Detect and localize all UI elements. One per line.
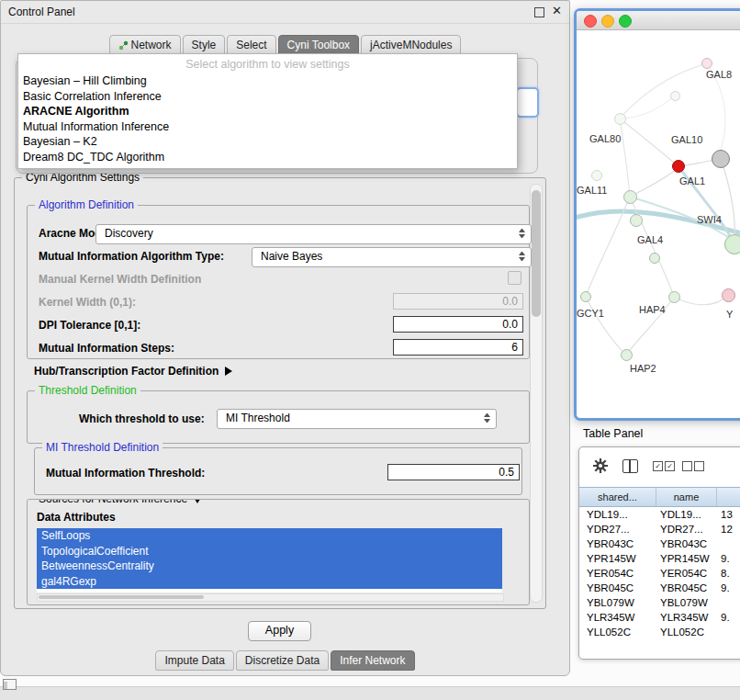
tab-impute-data[interactable]: Impute Data bbox=[155, 650, 233, 671]
table-row[interactable]: YBR045CYBR045C9. bbox=[579, 581, 740, 595]
sources-legend[interactable]: Sources for Network Inference bbox=[35, 499, 206, 505]
tab-select[interactable]: Select bbox=[227, 35, 275, 55]
mi-threshold-field[interactable]: 0.5 bbox=[387, 464, 520, 480]
table-row[interactable]: YPR145WYPR145W9. bbox=[579, 551, 740, 566]
network-edge bbox=[630, 168, 678, 197]
algorithm-option[interactable]: Basic Correlation Inference bbox=[18, 89, 517, 105]
tab-cyni-toolbox[interactable]: Cyni Toolbox bbox=[278, 35, 359, 55]
apply-button[interactable]: Apply bbox=[248, 621, 311, 641]
table-header-cell[interactable] bbox=[717, 488, 740, 506]
table-cell: YDL19... bbox=[656, 509, 717, 520]
expander-arrow-down-icon bbox=[193, 499, 202, 503]
hub-definition-expander[interactable]: Hub/Transcription Factor Definition bbox=[34, 365, 232, 378]
network-node[interactable] bbox=[591, 170, 602, 181]
network-node[interactable] bbox=[701, 58, 712, 69]
tab-label: Cyni Toolbox bbox=[287, 39, 350, 52]
network-node[interactable] bbox=[623, 190, 637, 204]
algorithm-option[interactable]: Mutual Information Inference bbox=[18, 119, 517, 135]
aracne-mode-select[interactable]: Discovery bbox=[95, 224, 532, 244]
algorithm-option[interactable]: Dream8 DC_TDC Algorithm bbox=[18, 150, 517, 165]
which-threshold-select[interactable]: MI Threshold bbox=[217, 409, 497, 429]
mi-type-select[interactable]: Naive Bayes bbox=[252, 247, 532, 267]
bottom-tab-bar: Impute Data Discretize Data Infer Networ… bbox=[1, 650, 569, 671]
table-cell: 9. bbox=[717, 553, 740, 564]
data-attributes-list[interactable]: SelfLoopsTopologicalCoefficientBetweenne… bbox=[37, 528, 502, 593]
attribute-list-item[interactable]: gal4RGexp bbox=[37, 574, 502, 590]
table-row[interactable]: YBR043CYBR043C bbox=[579, 536, 740, 551]
attribute-list-item[interactable]: BetweennessCentrality bbox=[37, 559, 502, 574]
algorithm-placeholder: Select algorithm to view settings bbox=[18, 54, 517, 73]
attribute-list-item[interactable]: SelfLoops bbox=[37, 528, 502, 544]
attribute-list-item[interactable]: TopologicalCoefficient bbox=[37, 544, 502, 559]
tab-network[interactable]: Network bbox=[109, 35, 181, 55]
float-window-icon[interactable] bbox=[534, 7, 544, 17]
tab-jactivemnodules[interactable]: jActiveMNodules bbox=[361, 35, 461, 55]
network-node-label: GAL1 bbox=[679, 175, 705, 186]
table-header-cell[interactable]: shared... bbox=[579, 488, 656, 506]
tab-infer-network[interactable]: Infer Network bbox=[331, 650, 414, 671]
table-cell: YBR043C bbox=[656, 538, 717, 549]
table-row[interactable]: YLR345WYLR345W9. bbox=[579, 610, 740, 625]
network-canvas[interactable]: GAL8GAL80GAL10GAL11GAL1SWI4GAL4GCY1HAP4H… bbox=[577, 30, 740, 412]
network-node[interactable] bbox=[712, 150, 730, 168]
network-node[interactable] bbox=[614, 113, 626, 125]
algorithm-option[interactable]: Bayesian – K2 bbox=[18, 134, 517, 150]
zoom-traffic-light-icon[interactable] bbox=[619, 15, 632, 28]
table-columns-icon[interactable] bbox=[622, 459, 638, 473]
table-cell: YBR045C bbox=[579, 582, 656, 593]
table-row[interactable]: YDR27...YDR27...12 bbox=[579, 522, 740, 536]
network-node[interactable] bbox=[649, 253, 660, 264]
network-node[interactable] bbox=[668, 291, 680, 303]
mi-steps-field[interactable]: 6 bbox=[393, 339, 523, 356]
deselect-all-checkboxes-icon[interactable] bbox=[682, 461, 704, 471]
table-row[interactable]: YLL052CYLL052C bbox=[579, 625, 740, 639]
algorithm-definition-group: Algorithm Definition Aracne Mode: Discov… bbox=[27, 205, 530, 359]
dpi-tolerance-field[interactable]: 0.0 bbox=[393, 316, 523, 333]
manual-kernel-checkbox[interactable] bbox=[508, 271, 521, 285]
network-node[interactable] bbox=[621, 349, 633, 361]
attributes-hscrollbar[interactable] bbox=[37, 593, 504, 602]
algorithm-option-list: Bayesian – Hill ClimbingBasic Correlatio… bbox=[18, 73, 517, 164]
network-node[interactable] bbox=[630, 214, 643, 227]
expander-arrow-right-icon bbox=[225, 367, 232, 376]
manual-kernel-label: Manual Kernel Width Definition bbox=[39, 273, 201, 286]
table-header-cell[interactable]: name bbox=[656, 488, 717, 506]
mi-threshold-definition-group: MI Threshold Definition Mutual Informati… bbox=[34, 447, 522, 495]
table-row[interactable]: YER054CYER054C8. bbox=[579, 566, 740, 581]
table-header-row: shared...name bbox=[579, 487, 740, 507]
network-node[interactable] bbox=[580, 291, 591, 302]
threshold-definition-legend: Threshold Definition bbox=[35, 384, 140, 397]
network-node[interactable] bbox=[722, 288, 735, 302]
table-cell: YBR043C bbox=[579, 538, 656, 549]
network-edge bbox=[620, 96, 675, 119]
minimize-traffic-light-icon[interactable] bbox=[601, 15, 614, 28]
control-panel: Control Panel ✕ Network Style Select Cyn… bbox=[0, 0, 570, 676]
mi-type-label: Mutual Information Algorithm Type: bbox=[39, 250, 224, 263]
select-all-checkboxes-icon[interactable]: ✓✓ bbox=[653, 461, 675, 471]
settings-scrollbar-thumb[interactable] bbox=[532, 190, 541, 317]
table-row[interactable]: YDL19...YDL19...13 bbox=[579, 507, 740, 522]
network-node[interactable] bbox=[670, 91, 680, 101]
table-cell: YLL052C bbox=[579, 627, 656, 638]
table-cell: YDL19... bbox=[579, 509, 656, 520]
kernel-width-field[interactable]: 0.0 bbox=[393, 293, 523, 310]
network-node[interactable] bbox=[724, 234, 740, 254]
algorithm-option[interactable]: ARACNE Algorithm bbox=[18, 104, 517, 119]
tab-discretize-data[interactable]: Discretize Data bbox=[236, 650, 329, 671]
close-icon[interactable]: ✕ bbox=[552, 4, 562, 17]
algorithm-option[interactable]: Bayesian – Hill Climbing bbox=[18, 73, 517, 89]
gear-icon[interactable] bbox=[592, 457, 609, 474]
table-cell: 8. bbox=[717, 568, 740, 579]
network-node[interactable] bbox=[672, 160, 685, 173]
network-node-label: GCY1 bbox=[577, 308, 604, 319]
panel-dock-icon[interactable] bbox=[3, 679, 17, 690]
settings-scrollbar[interactable] bbox=[530, 184, 543, 603]
close-traffic-light-icon[interactable] bbox=[584, 15, 597, 28]
network-window-titlebar[interactable] bbox=[577, 11, 740, 30]
table-row[interactable]: YBL079WYBL079W bbox=[579, 595, 740, 610]
algorithm-combobox-fragment[interactable] bbox=[516, 87, 539, 118]
attributes-hscrollbar-thumb[interactable] bbox=[39, 595, 204, 599]
mi-steps-label: Mutual Information Steps: bbox=[39, 342, 174, 355]
table-panel-title: Table Panel bbox=[583, 427, 643, 440]
tab-style[interactable]: Style bbox=[183, 35, 226, 55]
